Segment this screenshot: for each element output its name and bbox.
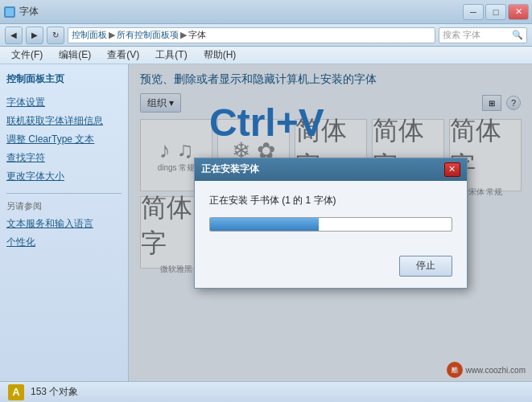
window-icon: [3, 6, 16, 18]
refresh-button[interactable]: ↻: [47, 27, 64, 44]
titlebar-controls: ─ □ ✕: [463, 4, 529, 20]
sidebar-section-title: 另请参阅: [6, 200, 122, 212]
svg-rect-1: [6, 8, 14, 16]
progress-bar-fill: [210, 218, 319, 231]
sidebar-link-cleartype[interactable]: 调整 ClearType 文本: [6, 133, 122, 146]
sidebar-link-text-services[interactable]: 文本服务和输入语言: [6, 217, 122, 231]
dialog-body: 正在安装 手书体 (1 的 1 字体): [195, 181, 467, 256]
search-bar[interactable]: 搜索 字体 🔍: [439, 27, 527, 43]
titlebar-left: 字体: [3, 5, 39, 18]
close-button[interactable]: ✕: [508, 4, 529, 20]
breadcrumb-item-2[interactable]: 所有控制面板项: [117, 29, 179, 41]
titlebar: 字体 ─ □ ✕: [0, 0, 532, 24]
dialog-message: 正在安装 手书体 (1 的 1 字体): [209, 194, 452, 207]
search-placeholder: 搜索 字体: [443, 29, 480, 41]
status-icon-label: A: [12, 386, 19, 398]
dialog-close-button[interactable]: ✕: [444, 162, 460, 177]
forward-button[interactable]: ▶: [26, 27, 43, 44]
sidebar-link-find-char[interactable]: 查找字符: [6, 151, 122, 165]
search-icon: 🔍: [512, 30, 523, 40]
dialog-overlay: 正在安装字体 ✕ 正在安装 手书体 (1 的 1 字体) 停止: [129, 64, 532, 381]
dialog-footer: 停止: [195, 256, 467, 288]
install-dialog: 正在安装字体 ✕ 正在安装 手书体 (1 的 1 字体) 停止: [194, 158, 468, 289]
main-container: 控制面板主页 字体设置 联机获取字体详细信息 调整 ClearType 文本 查…: [0, 64, 532, 381]
window-title: 字体: [19, 5, 39, 18]
progress-bar-container: [209, 217, 452, 232]
sidebar-title: 控制面板主页: [6, 72, 122, 89]
stop-button[interactable]: 停止: [399, 256, 452, 277]
menu-file[interactable]: 文件(F): [6, 47, 47, 64]
breadcrumb-sep-1: ▶: [109, 30, 115, 40]
sidebar-section: 另请参阅 文本服务和输入语言 个性化: [6, 193, 122, 249]
menu-view[interactable]: 查看(V): [102, 47, 144, 64]
statusbar: A 153 个对象: [0, 381, 532, 402]
sidebar-link-font-settings[interactable]: 字体设置: [6, 96, 122, 109]
status-font-icon: A: [8, 384, 24, 400]
menubar: 文件(F) 编辑(E) 查看(V) 工具(T) 帮助(H): [0, 47, 532, 64]
dialog-title: 正在安装字体: [201, 162, 259, 176]
back-button[interactable]: ◀: [5, 27, 23, 44]
breadcrumb: 控制面板 ▶ 所有控制面板项 ▶ 字体: [68, 27, 435, 43]
dialog-titlebar: 正在安装字体 ✕: [195, 158, 467, 181]
maximize-button[interactable]: □: [485, 4, 506, 20]
breadcrumb-item-1[interactable]: 控制面板: [72, 29, 107, 41]
breadcrumb-sep-2: ▶: [180, 30, 187, 40]
menu-help[interactable]: 帮助(H): [199, 47, 241, 64]
sidebar-link-online-font[interactable]: 联机获取字体详细信息: [6, 114, 122, 128]
status-count: 153 个对象: [31, 385, 78, 399]
addressbar: ◀ ▶ ↻ 控制面板 ▶ 所有控制面板项 ▶ 字体 搜索 字体 🔍: [0, 24, 532, 47]
menu-tools[interactable]: 工具(T): [151, 47, 192, 64]
sidebar-link-change-size[interactable]: 更改字体大小: [6, 170, 122, 183]
breadcrumb-item-3: 字体: [188, 29, 206, 41]
sidebar: 控制面板主页 字体设置 联机获取字体详细信息 调整 ClearType 文本 查…: [0, 64, 129, 381]
content-area: 预览、删除或者显示和隐藏计算机上安装的字体 组织 ▾ ⊞ ? ♪ ♫ dings…: [129, 64, 532, 381]
minimize-button[interactable]: ─: [463, 4, 484, 20]
sidebar-link-personalize[interactable]: 个性化: [6, 236, 122, 249]
menu-edit[interactable]: 编辑(E): [54, 47, 96, 64]
